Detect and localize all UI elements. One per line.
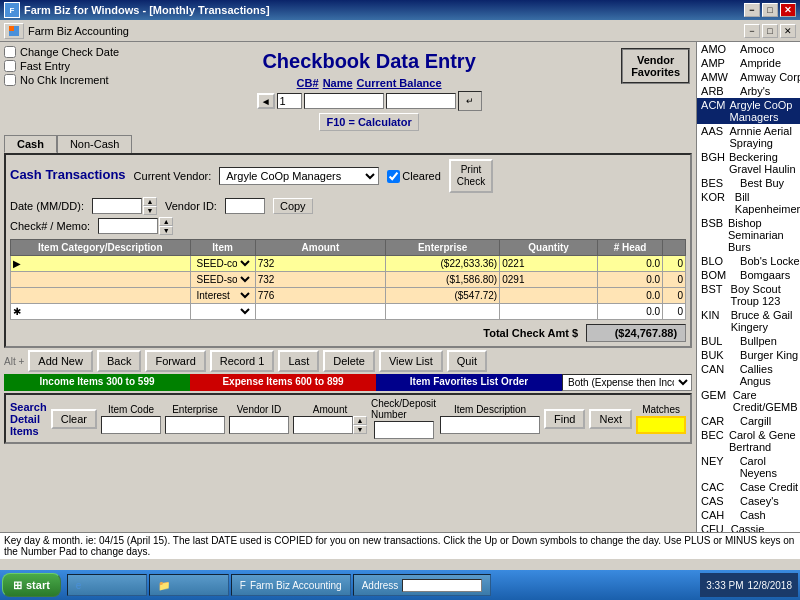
- vendor-list-item[interactable]: AASArnnie Aerial Spraying: [697, 124, 800, 150]
- cb-name-input[interactable]: Farm CB: [304, 93, 384, 109]
- inner-close-button[interactable]: ✕: [780, 24, 796, 38]
- fast-entry-checkbox[interactable]: [4, 60, 16, 72]
- row1-enterprise-input[interactable]: [502, 258, 595, 269]
- row1-item-input[interactable]: [258, 258, 383, 269]
- new-enterprise-input[interactable]: [502, 306, 595, 317]
- new-row-enterprise[interactable]: [500, 304, 598, 320]
- print-check-button[interactable]: Print Check: [449, 159, 493, 193]
- vendor-list-item[interactable]: CASCasey's: [697, 494, 800, 508]
- check-spin-down[interactable]: ▼: [159, 226, 173, 235]
- row2-item[interactable]: [255, 272, 385, 288]
- row3-item-input[interactable]: [258, 290, 383, 301]
- item-description-search-input[interactable]: [440, 416, 540, 434]
- row1-item[interactable]: [255, 256, 385, 272]
- vendor-list-item[interactable]: AMWAmway Corp: [697, 70, 800, 84]
- close-button[interactable]: ✕: [780, 3, 796, 17]
- amount-spin-up[interactable]: ▲: [353, 416, 367, 425]
- last-button[interactable]: Last: [278, 350, 319, 372]
- cb-balance-input[interactable]: 20700.48: [386, 93, 456, 109]
- check-deposit-search-input[interactable]: [374, 421, 434, 439]
- no-chk-increment-checkbox[interactable]: [4, 74, 16, 86]
- table-row-new[interactable]: ✱ 0.0 0: [11, 304, 686, 320]
- enterprise-search-input[interactable]: [165, 416, 225, 434]
- vendor-list-item[interactable]: CARCargill: [697, 414, 800, 428]
- row1-enterprise[interactable]: [500, 256, 598, 272]
- clear-button[interactable]: Clear: [51, 409, 97, 429]
- vendor-list-item[interactable]: AMOAmoco: [697, 42, 800, 56]
- find-button[interactable]: Find: [544, 409, 585, 429]
- vendor-list-item[interactable]: BSBBishop Seminarian Burs: [697, 216, 800, 254]
- table-row[interactable]: ▶ SEED-corn ($22,633.36) 0.0 0: [11, 256, 686, 272]
- cb-number-input[interactable]: [277, 93, 302, 109]
- delete-button[interactable]: Delete: [323, 350, 375, 372]
- quit-button[interactable]: Quit: [447, 350, 487, 372]
- vendor-list-item[interactable]: NEYCarol Neyens: [697, 454, 800, 480]
- add-new-button[interactable]: Add New: [28, 350, 93, 372]
- copy-button[interactable]: Copy: [273, 198, 313, 214]
- row3-enterprise-input[interactable]: [502, 290, 595, 301]
- view-list-button[interactable]: View List: [379, 350, 443, 372]
- vendor-list-item[interactable]: BGHBeckering Gravel Haulin: [697, 150, 800, 176]
- inner-restore-button[interactable]: □: [762, 24, 778, 38]
- both-select[interactable]: Both (Expense then Income): [562, 374, 692, 391]
- new-row-item[interactable]: [255, 304, 385, 320]
- vendor-list-item[interactable]: CFUCassie Fuerstenberg: [697, 522, 800, 532]
- new-row-category[interactable]: [190, 304, 255, 320]
- date-spin-down[interactable]: ▼: [143, 206, 157, 215]
- vendor-list-item[interactable]: BUKBurger King: [697, 348, 800, 362]
- taskbar-folder[interactable]: 📁: [149, 574, 229, 596]
- item-code-search-input[interactable]: [101, 416, 161, 434]
- vendor-list-item[interactable]: CAHCash: [697, 508, 800, 522]
- amount-search-input[interactable]: [293, 416, 353, 434]
- inner-minimize-button[interactable]: −: [744, 24, 760, 38]
- tab-non-cash[interactable]: Non-Cash: [57, 135, 133, 153]
- row1-category[interactable]: SEED-corn: [190, 256, 255, 272]
- tab-cash[interactable]: Cash: [4, 135, 57, 153]
- vendor-list-item[interactable]: ARBArby's: [697, 84, 800, 98]
- row2-category-select[interactable]: SEED-soybean: [193, 273, 253, 286]
- new-category-select[interactable]: [193, 305, 253, 318]
- vendor-id-search-input[interactable]: [229, 416, 289, 434]
- new-item-input[interactable]: [258, 306, 383, 317]
- amount-spin-down[interactable]: ▼: [353, 425, 367, 434]
- record1-button[interactable]: Record 1: [210, 350, 275, 372]
- address-input[interactable]: [402, 579, 482, 592]
- cleared-checkbox[interactable]: [387, 170, 400, 183]
- vendor-list-item[interactable]: AMPAmpride: [697, 56, 800, 70]
- vendor-list-item[interactable]: KINBruce & Gail Kingery: [697, 308, 800, 334]
- vendor-list-item[interactable]: BOMBomgaars: [697, 268, 800, 282]
- vendor-list-item[interactable]: CACCase Credit: [697, 480, 800, 494]
- check-spin-up[interactable]: ▲: [159, 217, 173, 226]
- change-check-date-checkbox[interactable]: [4, 46, 16, 58]
- row1-category-select[interactable]: SEED-corn: [193, 257, 253, 270]
- vendor-list-item[interactable]: BLOBob's Locker: [697, 254, 800, 268]
- row2-category[interactable]: SEED-soybean: [190, 272, 255, 288]
- table-row[interactable]: Interest ($547.72) 0.0 0: [11, 288, 686, 304]
- vendor-id-input[interactable]: ACM: [225, 198, 265, 214]
- row3-enterprise[interactable]: [500, 288, 598, 304]
- row2-enterprise-input[interactable]: [502, 274, 595, 285]
- vendor-list-item[interactable]: GEMCare Credit/GEMB: [697, 388, 800, 414]
- vendor-list-item[interactable]: BULBullpen: [697, 334, 800, 348]
- taskbar-address[interactable]: Address: [353, 574, 492, 596]
- vendor-list-item[interactable]: BESBest Buy: [697, 176, 800, 190]
- row3-category[interactable]: Interest: [190, 288, 255, 304]
- check-number-input[interactable]: 13589: [98, 218, 158, 234]
- vendor-list-item[interactable]: BECCarol & Gene Bertrand: [697, 428, 800, 454]
- table-row[interactable]: SEED-soybean ($1,586.80) 0.0 0: [11, 272, 686, 288]
- forward-button[interactable]: Forward: [145, 350, 205, 372]
- back-button[interactable]: Back: [97, 350, 141, 372]
- maximize-button[interactable]: □: [762, 3, 778, 17]
- vendor-select[interactable]: Argyle CoOp Managers: [219, 167, 379, 185]
- taskbar-app[interactable]: F Farm Biz Accounting: [231, 574, 351, 596]
- date-spin-up[interactable]: ▲: [143, 197, 157, 206]
- vendor-list-item[interactable]: ACMArgyle CoOp Managers: [697, 98, 800, 124]
- cb-nav-left[interactable]: ◄: [257, 93, 275, 109]
- calculator-button[interactable]: F10 = Calculator: [319, 113, 418, 131]
- vendor-list-item[interactable]: KORBill Kapenheimer: [697, 190, 800, 216]
- vendor-list-item[interactable]: BSTBoy Scout Troup 123: [697, 282, 800, 308]
- row2-enterprise[interactable]: [500, 272, 598, 288]
- row2-item-input[interactable]: [258, 274, 383, 285]
- next-button[interactable]: Next: [589, 409, 632, 429]
- vendor-list-item[interactable]: CANCallies Angus: [697, 362, 800, 388]
